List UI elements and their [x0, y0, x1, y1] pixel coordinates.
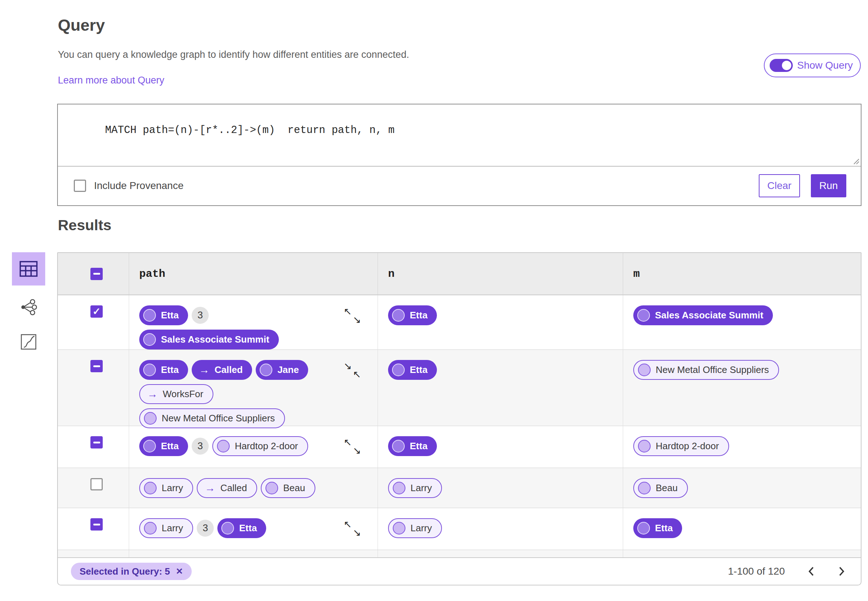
pill-label: Jane — [277, 364, 299, 375]
edge-pill[interactable]: →WorksFor — [139, 384, 213, 404]
node-circle-icon — [393, 482, 405, 494]
pill-label: Called — [214, 364, 243, 375]
previous-page-button[interactable] — [807, 566, 815, 577]
entity-pill[interactable]: Larry — [139, 518, 193, 538]
entity-pill[interactable]: Etta — [139, 305, 188, 325]
entity-pill[interactable]: Etta — [139, 360, 188, 380]
pill-label: Etta — [410, 310, 428, 321]
node-circle-icon — [637, 522, 650, 534]
row-checkbox[interactable] — [90, 436, 103, 448]
column-header-n: n — [377, 253, 623, 294]
pill-label: Hardtop 2-door — [656, 441, 719, 452]
n-cell: Etta — [377, 295, 623, 359]
table-row: Larry3Etta↖↘LarryEtta — [58, 508, 861, 550]
entity-pill[interactable]: Etta — [388, 436, 437, 456]
expand-path-icon[interactable]: ↖↘ — [344, 520, 361, 538]
chevron-right-icon — [837, 566, 845, 577]
entity-pill[interactable]: Beau — [633, 478, 688, 498]
entity-pill[interactable]: Hardtop 2-door — [212, 436, 308, 456]
table-icon — [20, 261, 38, 277]
checkbox-cell — [58, 350, 129, 438]
entity-pill[interactable]: Larry — [388, 478, 442, 498]
node-circle-icon — [638, 440, 651, 453]
entity-pill[interactable]: New Metal Office Suppliers — [139, 408, 285, 428]
expand-path-icon[interactable]: ↖↘ — [344, 307, 361, 325]
pill-label: Etta — [655, 523, 673, 534]
expand-path-icon[interactable]: ↖↘ — [344, 438, 361, 456]
page-info: 1-100 of 120 — [728, 566, 785, 577]
learn-more-link[interactable]: Learn more about Query — [58, 75, 164, 86]
run-button[interactable]: Run — [811, 174, 846, 197]
m-cell: Sales Associate Summit — [623, 295, 861, 359]
collapse-path-icon[interactable]: ↘↖ — [344, 362, 361, 380]
row-checkbox[interactable] — [90, 478, 103, 490]
m-cell: New Metal Office Suppliers — [623, 350, 861, 438]
checkbox-cell — [58, 426, 129, 468]
node-circle-icon — [638, 363, 651, 376]
page-description: You can query a knowledge graph to ident… — [58, 49, 409, 60]
pill-label: Larry — [162, 482, 183, 494]
row-checkbox[interactable]: ✓ — [90, 305, 103, 318]
edge-pill[interactable]: →Called — [192, 360, 252, 380]
row-checkbox[interactable] — [90, 360, 103, 372]
path-cell: Etta3Sales Associate Summit↖↘ — [129, 295, 377, 359]
select-all-checkbox[interactable] — [90, 268, 103, 280]
map-view-button[interactable] — [12, 329, 45, 355]
entity-pill[interactable]: Larry — [388, 518, 442, 538]
pill-label: Called — [220, 482, 247, 494]
row-checkbox[interactable] — [90, 518, 103, 531]
path-cell — [129, 550, 377, 557]
node-circle-icon — [638, 482, 651, 494]
pill-label: Beau — [656, 482, 678, 494]
show-query-toggle[interactable]: Show Query — [764, 53, 861, 77]
include-provenance-checkbox[interactable] — [74, 180, 86, 192]
pill-label: Larry — [411, 523, 432, 534]
m-cell: Etta — [623, 508, 861, 550]
table-view-button[interactable] — [12, 252, 45, 285]
results-table: path n m ✓Etta3Sales Associate Summit↖↘E… — [57, 252, 862, 586]
pill-label: Etta — [161, 441, 179, 452]
chip-close-icon[interactable]: ✕ — [176, 566, 183, 577]
query-text: MATCH path=(n)-[r*..2]->(m) return path,… — [105, 124, 394, 136]
entity-pill[interactable]: Beau — [261, 478, 315, 498]
node-circle-icon — [144, 412, 157, 425]
next-page-button[interactable] — [837, 566, 845, 577]
entity-pill[interactable]: Etta — [388, 360, 437, 380]
n-cell: Larry — [377, 468, 623, 508]
entity-pill[interactable]: Larry — [139, 478, 193, 498]
entity-pill[interactable]: Etta — [217, 518, 266, 538]
count-badge[interactable]: 3 — [192, 438, 209, 455]
edge-arrow-icon: → — [199, 365, 209, 375]
checkbox-cell — [58, 508, 129, 550]
path-cell: Etta3Hardtop 2-door↖↘ — [129, 426, 377, 468]
map-icon — [20, 334, 37, 350]
entity-pill[interactable]: Etta — [139, 436, 188, 456]
resize-handle-icon[interactable] — [853, 157, 860, 165]
selected-chip-label: Selected in Query: 5 — [79, 566, 170, 577]
count-badge[interactable]: 3 — [192, 307, 209, 324]
chevron-left-icon — [807, 566, 815, 577]
entity-pill[interactable]: Etta — [388, 305, 437, 325]
table-header-row: path n m — [58, 253, 861, 295]
entity-pill[interactable]: Hardtop 2-door — [633, 436, 729, 456]
selected-in-query-chip[interactable]: Selected in Query: 5 ✕ — [71, 563, 192, 580]
pill-label: WorksFor — [163, 389, 203, 400]
toggle-switch-icon[interactable] — [770, 59, 793, 72]
entity-pill[interactable]: Sales Associate Summit — [633, 305, 773, 325]
n-cell: Etta — [377, 350, 623, 438]
edge-pill[interactable]: →Called — [197, 478, 257, 498]
query-editor-box: MATCH path=(n)-[r*..2]->(m) return path,… — [57, 104, 862, 206]
pill-label: Etta — [161, 310, 179, 321]
include-provenance[interactable]: Include Provenance — [74, 180, 184, 192]
entity-pill[interactable]: Etta — [633, 518, 682, 538]
graph-view-button[interactable] — [12, 294, 45, 320]
entity-pill[interactable]: Sales Associate Summit — [139, 329, 279, 349]
entity-pill[interactable]: New Metal Office Suppliers — [633, 360, 779, 380]
clear-button[interactable]: Clear — [759, 174, 800, 197]
pill-label: Larry — [162, 523, 183, 534]
query-input[interactable]: MATCH path=(n)-[r*..2]->(m) return path,… — [58, 104, 861, 166]
results-title: Results — [58, 217, 112, 234]
count-badge[interactable]: 3 — [197, 520, 214, 537]
m-cell: Hardtop 2-door — [623, 426, 861, 468]
entity-pill[interactable]: Jane — [256, 360, 308, 380]
